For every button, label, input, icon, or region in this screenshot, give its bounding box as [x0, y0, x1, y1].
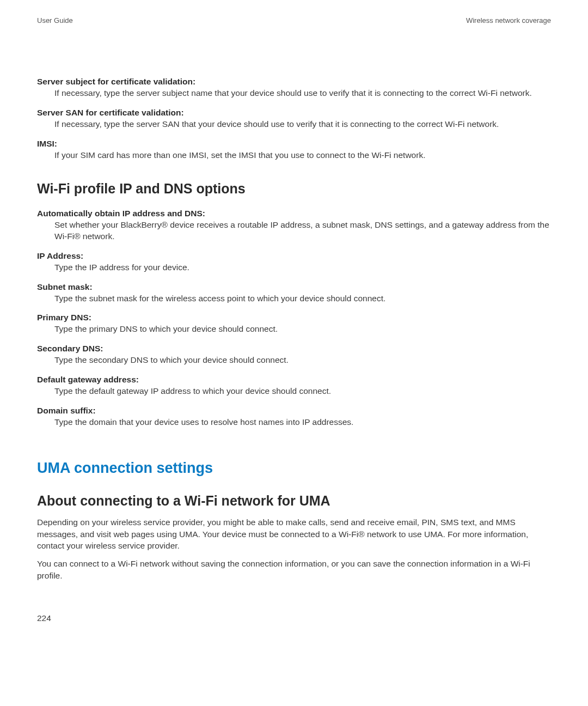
page: User Guide Wireless network coverage Ser…: [0, 0, 588, 581]
def-term: Server SAN for certificate validation:: [37, 108, 551, 118]
def-item: Default gateway address: Type the defaul…: [37, 375, 551, 397]
running-header: User Guide Wireless network coverage: [37, 16, 551, 25]
def-desc: Type the subnet mask for the wireless ac…: [37, 293, 551, 305]
def-term: Automatically obtain IP address and DNS:: [37, 209, 551, 218]
def-item: Subnet mask: Type the subnet mask for th…: [37, 282, 551, 305]
def-item: Primary DNS: Type the primary DNS to whi…: [37, 313, 551, 335]
header-left: User Guide: [37, 16, 73, 25]
def-desc: Type the default gateway IP address to w…: [37, 386, 551, 397]
def-term: IP Address:: [37, 251, 551, 261]
def-desc: Type the primary DNS to which your devic…: [37, 324, 551, 335]
paragraph: Depending on your wireless service provi…: [37, 516, 551, 551]
def-desc: Type the IP address for your device.: [37, 262, 551, 273]
def-desc: If your SIM card has more than one IMSI,…: [37, 150, 551, 161]
def-item: IP Address: Type the IP address for your…: [37, 251, 551, 273]
def-term: Primary DNS:: [37, 313, 551, 322]
def-term: Server subject for certificate validatio…: [37, 77, 551, 87]
section-heading-uma: UMA connection settings: [37, 460, 551, 477]
def-desc: Type the secondary DNS to which your dev…: [37, 355, 551, 366]
def-item: Server subject for certificate validatio…: [37, 77, 551, 99]
def-item: Automatically obtain IP address and DNS:…: [37, 209, 551, 242]
header-right: Wireless network coverage: [466, 16, 551, 25]
def-term: Default gateway address:: [37, 375, 551, 385]
def-term: IMSI:: [37, 139, 551, 149]
paragraph: You can connect to a Wi-Fi network witho…: [37, 558, 551, 581]
def-item: Server SAN for certificate validation: I…: [37, 108, 551, 130]
def-term: Domain suffix:: [37, 406, 551, 416]
def-term: Subnet mask:: [37, 282, 551, 292]
def-term: Secondary DNS:: [37, 344, 551, 354]
subsection-heading-uma: About connecting to a Wi-Fi network for …: [37, 493, 551, 509]
page-number: 224: [37, 613, 51, 623]
def-desc: Type the domain that your device uses to…: [37, 417, 551, 428]
section-heading-ipdns: Wi-Fi profile IP and DNS options: [37, 181, 551, 197]
def-desc: If necessary, type the server SAN that y…: [37, 119, 551, 130]
def-desc: Set whether your BlackBerry® device rece…: [37, 220, 551, 242]
def-item: Secondary DNS: Type the secondary DNS to…: [37, 344, 551, 366]
def-item: Domain suffix: Type the domain that your…: [37, 406, 551, 428]
def-item: IMSI: If your SIM card has more than one…: [37, 139, 551, 161]
def-desc: If necessary, type the server subject na…: [37, 88, 551, 99]
